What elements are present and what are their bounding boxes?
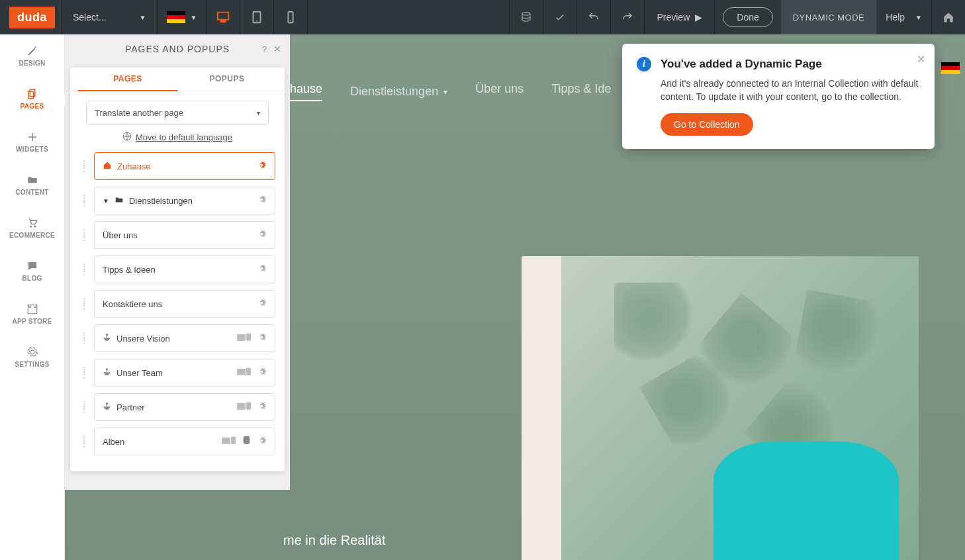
hero-subheading: me in die Realität (283, 533, 386, 548)
page-label: Kontaktiere uns (103, 299, 162, 309)
gear-icon[interactable] (257, 263, 267, 275)
svg-point-4 (522, 13, 530, 16)
page-label: Tipps & Ideen (103, 265, 156, 275)
drag-handle-icon[interactable]: ⋮⋮ (79, 402, 89, 412)
anchor-icon (103, 333, 111, 344)
preview-button[interactable]: Preview ▶ (645, 12, 714, 23)
gear-icon[interactable] (257, 160, 267, 172)
chevron-down-icon: ▼ (191, 14, 197, 21)
nav-settings[interactable]: SETTINGS (0, 336, 64, 379)
page-card[interactable]: ▼Dienstleistungen (94, 187, 275, 214)
drag-handle-icon[interactable]: ⋮⋮ (79, 299, 89, 308)
site-nav-item[interactable]: Über uns (475, 82, 524, 101)
page-row: ⋮⋮Zuhause (79, 152, 275, 180)
drag-handle-icon[interactable]: ⋮⋮ (79, 162, 89, 171)
undo-button[interactable] (577, 0, 610, 34)
go-to-collection-button[interactable]: Go to Collection (661, 113, 753, 136)
svg-rect-11 (247, 368, 251, 375)
redo-button[interactable] (611, 0, 644, 34)
svg-rect-8 (247, 334, 251, 340)
chevron-down-icon: ▾ (257, 109, 260, 117)
page-row: ⋮⋮Partner (79, 393, 275, 421)
site-select-dropdown[interactable]: Select... ▼ (62, 12, 157, 23)
germany-flag-icon (167, 11, 185, 23)
info-icon: i (637, 57, 651, 71)
panel-title: PAGES AND POPUPS (125, 44, 230, 54)
language-flag-badge[interactable] (941, 62, 960, 74)
nav-design[interactable]: DESIGN (0, 34, 64, 77)
page-card[interactable]: Unsere Vision (94, 324, 275, 352)
nav-content[interactable]: CONTENT (0, 163, 64, 207)
help-dropdown[interactable]: Help ▼ (876, 12, 931, 23)
page-row: ⋮⋮Kontaktiere uns (79, 290, 275, 318)
nav-pages[interactable]: PAGES (0, 77, 64, 120)
drag-handle-icon[interactable]: ⋮⋮ (79, 437, 89, 446)
page-label: Partner (116, 402, 145, 412)
close-icon[interactable]: ✕ (273, 44, 282, 54)
translate-page-dropdown[interactable]: Translate another page ▾ (86, 101, 269, 125)
page-label: Unser Team (116, 368, 163, 378)
nav-ecommerce[interactable]: ECOMMERCE (0, 207, 64, 250)
drag-handle-icon[interactable]: ⋮⋮ (79, 196, 89, 205)
help-icon[interactable]: ? (262, 44, 267, 54)
gear-icon[interactable] (257, 367, 267, 379)
device-tablet-button[interactable] (240, 0, 273, 34)
svg-point-6 (106, 334, 107, 336)
language-flag-dropdown[interactable]: ▼ (158, 11, 207, 23)
gear-icon[interactable] (257, 332, 267, 344)
tab-popups[interactable]: POPUPS (177, 68, 277, 91)
page-card[interactable]: Alben (94, 428, 275, 455)
chevron-down-icon: ▼ (103, 197, 109, 205)
device-mobile-button[interactable] (274, 0, 307, 34)
gear-icon[interactable] (257, 195, 267, 207)
drag-handle-icon[interactable]: ⋮⋮ (79, 368, 89, 377)
page-label: Alben (103, 437, 124, 447)
svg-point-9 (106, 369, 107, 370)
devices-icon (237, 402, 252, 413)
device-desktop-button[interactable] (207, 0, 240, 34)
dynamic-mode-indicator: DYNAMIC MODE (781, 0, 877, 34)
site-nav-item[interactable]: Dienstleistungen (350, 85, 438, 99)
svg-rect-7 (238, 334, 246, 340)
page-card[interactable]: Unser Team (94, 359, 275, 387)
home-icon (103, 161, 112, 172)
toast-body: And it's already connected to an Interna… (661, 77, 920, 104)
home-button[interactable] (932, 0, 965, 34)
drag-handle-icon[interactable]: ⋮⋮ (79, 230, 89, 240)
pages-panel: PAGES AND POPUPS ? ✕ PAGES POPUPS Transl… (65, 34, 290, 490)
page-card[interactable]: Tipps & Ideen (94, 256, 275, 283)
tab-pages[interactable]: PAGES (78, 68, 177, 91)
devices-icon (237, 333, 252, 344)
drag-handle-icon[interactable]: ⋮⋮ (79, 265, 89, 274)
gear-icon[interactable] (257, 401, 267, 413)
dynamic-page-toast: ✕ i You've added a Dynamic Page And it's… (622, 44, 935, 149)
gear-icon[interactable] (257, 298, 267, 310)
globe-icon (122, 132, 132, 143)
checkmark-button[interactable] (543, 0, 576, 34)
nav-widgets[interactable]: WIDGETS (0, 120, 64, 163)
page-row: ⋮⋮▼Dienstleistungen (79, 187, 275, 214)
page-label: Zuhause (117, 162, 151, 171)
drag-handle-icon[interactable]: ⋮⋮ (79, 334, 89, 343)
toast-title: You've added a Dynamic Page (661, 58, 822, 71)
gear-icon[interactable] (257, 229, 267, 241)
nav-blog[interactable]: BLOG (0, 250, 64, 293)
move-to-default-language-link[interactable]: Move to default language (70, 132, 285, 143)
close-icon[interactable]: ✕ (917, 53, 925, 66)
gear-icon[interactable] (257, 436, 267, 447)
database-button[interactable] (510, 0, 543, 34)
page-card[interactable]: Über uns (94, 221, 275, 249)
svg-rect-14 (247, 402, 251, 409)
done-button[interactable]: Done (723, 7, 772, 27)
page-card[interactable]: Zuhause (94, 152, 275, 180)
page-card[interactable]: Partner (94, 393, 275, 421)
page-row: ⋮⋮Tipps & Ideen (79, 256, 275, 283)
page-list: ⋮⋮Zuhause⋮⋮▼Dienstleistungen⋮⋮Über uns⋮⋮… (70, 152, 285, 455)
nav-app store[interactable]: APP STORE (0, 293, 64, 336)
page-row: ⋮⋮Alben (79, 428, 275, 455)
page-row: ⋮⋮Über uns (79, 221, 275, 249)
page-card[interactable]: Kontaktiere uns (94, 290, 275, 318)
svg-point-3 (290, 21, 291, 22)
site-nav-item[interactable]: Tipps & Ide (551, 82, 611, 101)
svg-rect-16 (232, 437, 236, 443)
